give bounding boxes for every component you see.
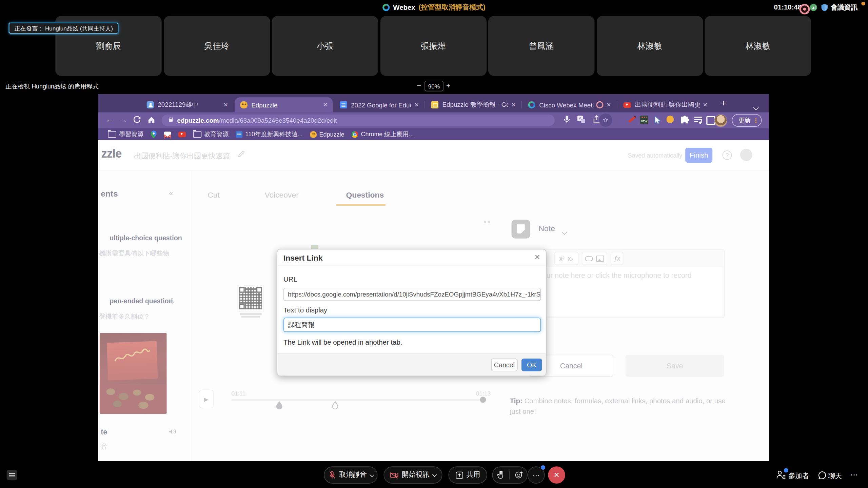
- shield-icon: [821, 4, 828, 12]
- start-video-button[interactable]: 開始視訊: [383, 466, 442, 484]
- reactions-smiley-icon[interactable]: [515, 471, 523, 479]
- app-name: Webex: [393, 4, 415, 12]
- bookmark-folder[interactable]: 學習資源: [108, 130, 143, 138]
- browser-tab[interactable]: 2022 Google for Education ✕: [334, 97, 424, 112]
- tab-close-icon[interactable]: ✕: [414, 102, 419, 108]
- caption-panel-icon[interactable]: [7, 470, 17, 480]
- bookmark-gmail-icon[interactable]: [164, 131, 171, 137]
- folder-icon: [193, 131, 201, 138]
- forward-button[interactable]: →: [120, 115, 127, 124]
- tab-close-icon[interactable]: ✕: [323, 102, 328, 108]
- bookmark-folder[interactable]: 教育資源: [193, 130, 229, 138]
- browser-tab[interactable]: Cisco Webex Meetings ✕: [522, 97, 616, 112]
- tab-close-icon[interactable]: ✕: [511, 102, 516, 108]
- tab-close-icon[interactable]: ✕: [607, 102, 611, 108]
- browser-tab[interactable]: 出國便利貼-讓你出國更快速 ✕: [618, 97, 712, 112]
- dialog-close-icon[interactable]: ✕: [534, 253, 540, 261]
- raise-hand-icon[interactable]: [497, 471, 504, 479]
- update-chrome-button[interactable]: 更新 ⋮: [732, 114, 762, 127]
- mic-muted-icon: [328, 471, 336, 479]
- participant-tile[interactable]: 張振燁: [380, 16, 486, 76]
- chat-icon[interactable]: [817, 471, 826, 480]
- browser-tab-active[interactable]: Edpuzzle ✕: [235, 97, 333, 112]
- share-button[interactable]: 共用: [448, 466, 487, 484]
- leave-meeting-button[interactable]: ✕: [548, 466, 565, 484]
- url-input[interactable]: https://docs.google.com/presentation/d/1…: [283, 288, 541, 301]
- pill-divider: [509, 471, 510, 479]
- new-tab-button[interactable]: +: [721, 98, 726, 109]
- folder-icon: [108, 131, 116, 138]
- dialog-cancel-button[interactable]: Cancel: [491, 359, 517, 371]
- playlist-icon[interactable]: [694, 116, 703, 124]
- google-slides-favicon-icon: [431, 101, 438, 108]
- participant-tile[interactable]: 吳佳玲: [163, 16, 270, 76]
- bookmark-item[interactable]: Edpuzzle: [310, 131, 344, 138]
- zoom-out-button[interactable]: −: [417, 81, 421, 89]
- participant-tile[interactable]: 林淑敏: [596, 16, 703, 76]
- cursor-extension-icon[interactable]: [654, 116, 663, 124]
- address-bar[interactable]: edpuzzle.com/media/63a009a5246e3540e4a20…: [162, 115, 555, 126]
- bookmark-youtube-icon[interactable]: [178, 131, 186, 137]
- participant-tile[interactable]: 小張: [272, 16, 378, 76]
- google-docs-favicon-icon: [340, 101, 347, 108]
- classroom-favicon-icon: [147, 101, 154, 108]
- translate-icon[interactable]: A: [577, 115, 586, 124]
- zoom-level[interactable]: 90%: [425, 81, 443, 91]
- bookmark-maps-icon[interactable]: [151, 130, 157, 138]
- webex-logo-icon: [382, 4, 390, 11]
- tab-search-chevron-icon[interactable]: [754, 102, 758, 111]
- tab-close-icon[interactable]: ✕: [223, 102, 228, 108]
- site-icon: [236, 131, 243, 138]
- connection-stats-icon[interactable]: [810, 4, 817, 11]
- webex-meeting-window: Webex (控管型取消靜音模式) 01:10:48 會議資訊 正在發言： Hu…: [0, 0, 868, 488]
- reload-button[interactable]: [133, 116, 141, 124]
- notification-dot: [861, 2, 865, 5]
- text-to-display-label: Text to display: [283, 306, 327, 314]
- tab-close-icon[interactable]: ✕: [703, 102, 708, 108]
- active-speaker-banner: 正在發言： Hunglun品炫 (共同主持人): [9, 23, 118, 34]
- browser-tab[interactable]: Edpuzzle 教學簡報 - Googl ✕: [426, 97, 521, 112]
- extensions-puzzle-icon[interactable]: [680, 116, 689, 124]
- meeting-info[interactable]: 會議資訊: [821, 3, 857, 12]
- pen-extension-icon[interactable]: [628, 116, 635, 123]
- back-button[interactable]: ←: [106, 115, 114, 124]
- home-button[interactable]: [147, 116, 155, 124]
- chat-button[interactable]: 聊天: [828, 471, 842, 481]
- edpuzzle-icon: [310, 131, 317, 138]
- participants-button[interactable]: 參加者: [788, 471, 809, 481]
- browser-toolbar: ← → edpuzzle.com/media/63a009a5246e3540e…: [98, 112, 769, 128]
- recording-indicator-icon[interactable]: [800, 4, 810, 14]
- edpuzzle-extension-icon[interactable]: [667, 116, 674, 123]
- mute-options-chevron-icon[interactable]: [369, 472, 374, 477]
- tab-recording-icon: [596, 101, 603, 108]
- browser-tab[interactable]: 20221129雄中 ✕: [141, 97, 233, 112]
- bookmark-item[interactable]: 110年度新興科技遠...: [236, 130, 303, 138]
- meeting-info-label: 會議資訊: [831, 3, 857, 12]
- text-to-display-input[interactable]: 課程簡報: [283, 318, 541, 332]
- bookmarks-bar: 學習資源 教育資源 110年度新興科技遠... Edpuzzle Chrome …: [98, 128, 769, 140]
- browser-menu-icon[interactable]: ⋮: [753, 119, 755, 122]
- dialog-ok-button[interactable]: OK: [521, 359, 542, 371]
- unmute-button[interactable]: 取消靜音: [324, 466, 377, 484]
- edpuzzle-favicon-icon: [240, 101, 248, 108]
- participant-tile[interactable]: 林淑敏: [705, 16, 811, 76]
- viewing-status: 正在檢視 Hunglun品炫 的應用程式: [5, 82, 98, 90]
- url-label: URL: [283, 276, 297, 283]
- video-options-chevron-icon[interactable]: [432, 472, 437, 477]
- mute-mode-label: (控管型取消靜音模式): [418, 3, 485, 12]
- dialog-title: Insert Link: [283, 253, 323, 262]
- new-badge-extension-icon[interactable]: NEW: [640, 116, 648, 124]
- meeting-timer: 01:10:48: [774, 3, 802, 11]
- mic-icon[interactable]: [563, 115, 571, 124]
- zoom-in-button[interactable]: +: [446, 81, 450, 89]
- chrome-store-icon: [352, 131, 358, 138]
- url-host: edpuzzle.com: [177, 117, 219, 124]
- participant-tile[interactable]: 曾鳳涵: [488, 16, 594, 76]
- more-panels-button[interactable]: ⋯: [850, 470, 858, 479]
- bookmark-item[interactable]: Chrome 線上應用...: [352, 130, 414, 138]
- webex-favicon-icon: [528, 101, 535, 108]
- reactions-group: [492, 466, 527, 484]
- lock-icon: [169, 119, 173, 122]
- browser-profile-avatar[interactable]: [714, 114, 727, 127]
- bookmark-star-icon[interactable]: ☆: [599, 114, 612, 127]
